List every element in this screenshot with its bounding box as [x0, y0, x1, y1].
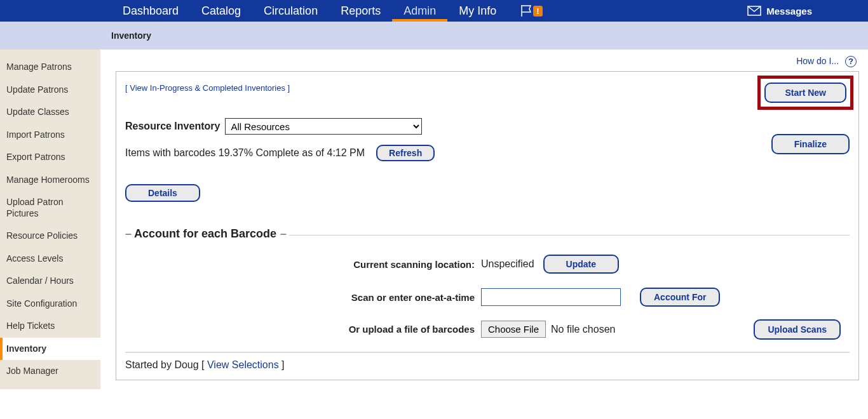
- sidebar-item-site-configuration[interactable]: Site Configuration: [0, 293, 100, 316]
- barcode-input[interactable]: [481, 288, 621, 306]
- account-for-button[interactable]: Account For: [640, 288, 720, 307]
- nav-dashboard[interactable]: Dashboard: [111, 0, 190, 22]
- view-inventories-link[interactable]: View In-Progress & Completed Inventories: [130, 83, 285, 93]
- sidebar-item-access-levels[interactable]: Access Levels: [0, 248, 100, 270]
- messages-label: Messages: [766, 6, 812, 17]
- sidebar-item-resource-policies[interactable]: Resource Policies: [0, 225, 100, 248]
- sidebar-item-update-patrons[interactable]: Update Patrons: [0, 79, 100, 102]
- mail-icon: [747, 6, 761, 16]
- scan-enter-label: Scan or enter one-at-a-time: [125, 292, 481, 303]
- view-selections-link[interactable]: View Selections: [207, 359, 279, 370]
- nav-admin[interactable]: Admin: [392, 0, 447, 22]
- sidebar-item-inventory[interactable]: Inventory: [0, 338, 100, 361]
- footer-row: Started by Doug [ View Selections ]: [125, 352, 850, 371]
- start-new-button[interactable]: Start New: [764, 83, 846, 103]
- nav-reports[interactable]: Reports: [329, 0, 392, 22]
- messages-link[interactable]: Messages: [747, 0, 812, 22]
- help-link[interactable]: How do I...: [796, 56, 839, 66]
- started-by-text: Started by Doug: [125, 359, 201, 370]
- choose-file-button[interactable]: Choose File: [481, 321, 546, 338]
- help-icon[interactable]: ?: [845, 56, 857, 67]
- start-new-highlight: Start New: [757, 76, 853, 110]
- upload-file-label: Or upload a file of barcodes: [125, 324, 481, 335]
- update-button[interactable]: Update: [543, 255, 619, 274]
- no-file-text: No file chosen: [551, 324, 615, 335]
- nav-myinfo[interactable]: My Info: [447, 0, 508, 22]
- sidebar-item-calendar-hours[interactable]: Calendar / Hours: [0, 270, 100, 293]
- top-nav: Dashboard Catalog Circulation Reports Ad…: [0, 0, 868, 22]
- sidebar-item-upload-patron-pictures[interactable]: Upload Patron Pictures: [0, 191, 100, 225]
- sub-bar: Inventory: [0, 22, 868, 50]
- sidebar-item-job-manager[interactable]: Job Manager: [0, 360, 100, 383]
- status-text: Items with barcodes 19.37% Complete as o…: [125, 147, 365, 159]
- resource-inventory-select[interactable]: All Resources: [225, 118, 422, 135]
- nav-circulation[interactable]: Circulation: [252, 0, 329, 22]
- resource-inventory-label: Resource Inventory: [125, 121, 220, 132]
- inventory-panel: [ View In-Progress & Completed Inventori…: [116, 71, 859, 380]
- main-content: How do I... ? [ View In-Progress & Compl…: [100, 50, 868, 389]
- page-subtitle: Inventory: [111, 30, 151, 41]
- section-dash-2: –: [280, 227, 287, 241]
- alert-flag-icon[interactable]: !: [520, 4, 542, 18]
- section-dash: –: [125, 227, 132, 241]
- sidebar: Manage Patrons Update Patrons Update Cla…: [0, 50, 100, 389]
- nav-catalog[interactable]: Catalog: [190, 0, 252, 22]
- sidebar-item-manage-patrons[interactable]: Manage Patrons: [0, 56, 100, 79]
- sidebar-item-help-tickets[interactable]: Help Tickets: [0, 315, 100, 338]
- details-button[interactable]: Details: [125, 184, 200, 202]
- refresh-button[interactable]: Refresh: [376, 145, 435, 161]
- scan-location-value: Unspecified: [481, 258, 534, 270]
- sidebar-item-update-classes[interactable]: Update Classes: [0, 101, 100, 124]
- finalize-button[interactable]: Finalize: [771, 134, 850, 154]
- section-divider: [289, 235, 850, 236]
- scan-location-label: Current scanning location:: [125, 259, 481, 270]
- sidebar-item-manage-homerooms[interactable]: Manage Homerooms: [0, 169, 100, 192]
- sidebar-item-import-patrons[interactable]: Import Patrons: [0, 124, 100, 147]
- section-title: Account for each Barcode: [134, 227, 276, 241]
- sidebar-item-export-patrons[interactable]: Export Patrons: [0, 146, 100, 169]
- upload-scans-button[interactable]: Upload Scans: [754, 319, 841, 340]
